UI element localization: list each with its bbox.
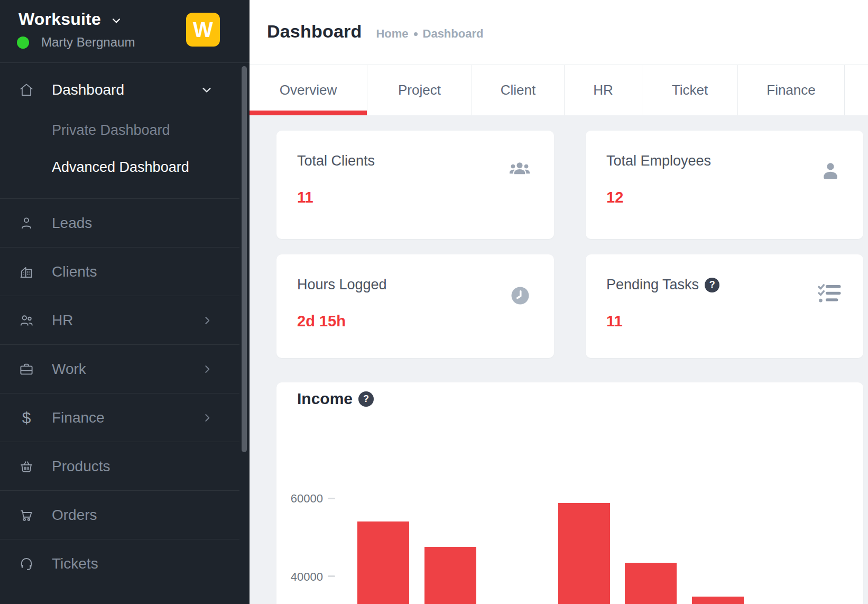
income-bar[interactable] — [424, 547, 476, 604]
stat-card-total-employees: Total Employees12 — [586, 131, 863, 239]
sidebar-item-clients[interactable]: Clients — [0, 247, 239, 296]
sidebar-subitem-private-dashboard[interactable]: Private Dashboard — [0, 112, 239, 149]
user-icon — [19, 215, 34, 231]
brand-header: Worksuite Marty Bergnaum W — [0, 0, 250, 62]
sidebar-subitem-label: Advanced Dashboard — [52, 159, 189, 176]
chevron-right-icon — [200, 411, 214, 425]
stat-card-title-text: Hours Logged — [297, 277, 387, 293]
sidebar-item-label: Orders — [52, 507, 97, 524]
help-icon[interactable]: ? — [705, 278, 719, 292]
sidebar-item-label: Finance — [52, 409, 105, 426]
group-icon — [507, 160, 532, 181]
basket-icon — [19, 459, 34, 474]
income-bar-chart: 6000040000 — [276, 382, 863, 604]
income-bar[interactable] — [692, 597, 744, 604]
tab-bar: OverviewProjectClientHRTicketFinance — [250, 65, 868, 115]
sidebar-item-dashboard[interactable]: Dashboard — [0, 68, 239, 112]
headset-icon — [19, 556, 34, 572]
sidebar-menu: DashboardPrivate DashboardAdvanced Dashb… — [0, 63, 239, 588]
online-status-dot — [17, 36, 29, 49]
dollar-icon: $ — [19, 410, 34, 426]
sidebar-item-label: Tickets — [52, 555, 98, 572]
tab-label: Ticket — [672, 82, 708, 98]
y-axis-tick-mark — [328, 498, 335, 499]
active-tab-underline — [250, 111, 367, 115]
income-card: 6000040000 Income ? — [276, 382, 863, 604]
stat-card-value: 2d 15h — [297, 313, 346, 330]
stat-card-title: Pending Tasks? — [606, 277, 719, 293]
brand-logo[interactable]: W — [186, 13, 220, 47]
people-icon — [19, 313, 34, 328]
income-title-row: Income ? — [297, 390, 374, 408]
sidebar-item-label: HR — [52, 312, 73, 329]
stat-card-title: Hours Logged — [297, 277, 387, 293]
user-name: Marty Bergnaum — [41, 35, 135, 50]
tab-project[interactable]: Project — [367, 65, 472, 115]
stat-card-title: Total Clients — [297, 153, 375, 169]
sidebar-item-products[interactable]: Products — [0, 442, 239, 490]
page-header: Dashboard Home Dashboard — [250, 0, 868, 65]
sidebar: Worksuite Marty Bergnaum W DashboardPriv… — [0, 0, 250, 604]
y-axis-tick-label: 60000 — [281, 492, 323, 506]
sidebar-subitem-advanced-dashboard[interactable]: Advanced Dashboard — [0, 149, 239, 186]
income-bar[interactable] — [558, 503, 610, 604]
sidebar-group-dashboard: DashboardPrivate DashboardAdvanced Dashb… — [0, 63, 239, 198]
stat-card-title-text: Total Clients — [297, 153, 375, 169]
breadcrumb-home[interactable]: Home — [376, 27, 408, 41]
stat-card-hours-logged: Hours Logged2d 15h — [276, 254, 554, 358]
sidebar-item-orders[interactable]: Orders — [0, 490, 239, 539]
chevron-down-icon[interactable] — [109, 14, 123, 28]
sidebar-item-tickets[interactable]: Tickets — [0, 539, 239, 588]
sidebar-item-label: Work — [52, 361, 86, 378]
stat-card-total-clients: Total Clients11 — [276, 131, 554, 239]
chevron-right-icon — [200, 362, 214, 376]
sidebar-item-work[interactable]: Work — [0, 344, 239, 393]
sidebar-item-label: Clients — [52, 263, 97, 280]
building-icon — [19, 264, 34, 280]
sidebar-item-label: Dashboard — [52, 81, 124, 98]
stat-card-pending-tasks: Pending Tasks?11 — [586, 254, 863, 358]
tab-finance[interactable]: Finance — [738, 65, 845, 115]
tab-label: Finance — [767, 82, 816, 98]
sidebar-scrollbar-thumb[interactable] — [242, 66, 247, 452]
person-icon — [820, 160, 841, 183]
page-title: Dashboard — [267, 21, 362, 42]
stat-card-value: 11 — [297, 189, 313, 206]
tab-client[interactable]: Client — [472, 65, 565, 115]
checklist-icon — [817, 283, 841, 304]
dashboard-content: Total Clients11Total Employees12Hours Lo… — [250, 115, 868, 604]
tab-overview[interactable]: Overview — [250, 65, 367, 115]
y-axis-tick-label: 40000 — [281, 570, 323, 584]
main-area: Dashboard Home Dashboard OverviewProject… — [250, 0, 868, 604]
stat-card-value: 12 — [606, 189, 623, 206]
breadcrumb-separator-dot — [414, 32, 418, 36]
home-icon — [19, 82, 34, 98]
tab-label: Project — [398, 82, 441, 98]
sidebar-item-finance[interactable]: $Finance — [0, 393, 239, 442]
briefcase-icon — [19, 361, 34, 377]
tab-label: Overview — [280, 82, 337, 98]
cart-icon — [19, 507, 34, 523]
income-title: Income — [297, 390, 353, 408]
stat-card-title-text: Pending Tasks — [606, 277, 699, 293]
tab-hr[interactable]: HR — [565, 65, 642, 115]
tab-ticket[interactable]: Ticket — [642, 65, 738, 115]
stat-card-title-text: Total Employees — [606, 153, 711, 169]
sidebar-item-leads[interactable]: Leads — [0, 198, 239, 247]
chevron-down-icon — [199, 83, 214, 97]
sidebar-item-hr[interactable]: HR — [0, 296, 239, 344]
income-bar[interactable] — [357, 521, 409, 604]
clock-icon — [511, 286, 530, 305]
brand-logo-letter: W — [193, 18, 213, 42]
brand-name[interactable]: Worksuite — [19, 10, 101, 29]
help-icon[interactable]: ? — [358, 391, 374, 407]
breadcrumb: Home Dashboard — [376, 27, 483, 41]
sidebar-item-label: Leads — [52, 215, 92, 232]
tab-label: HR — [593, 82, 613, 98]
tab-label: Client — [501, 82, 535, 98]
stat-card-value: 11 — [606, 313, 623, 330]
breadcrumb-current: Dashboard — [423, 27, 484, 41]
income-bar[interactable] — [625, 563, 677, 604]
sidebar-subitem-label: Private Dashboard — [52, 122, 170, 139]
y-axis-tick-mark — [328, 575, 335, 577]
